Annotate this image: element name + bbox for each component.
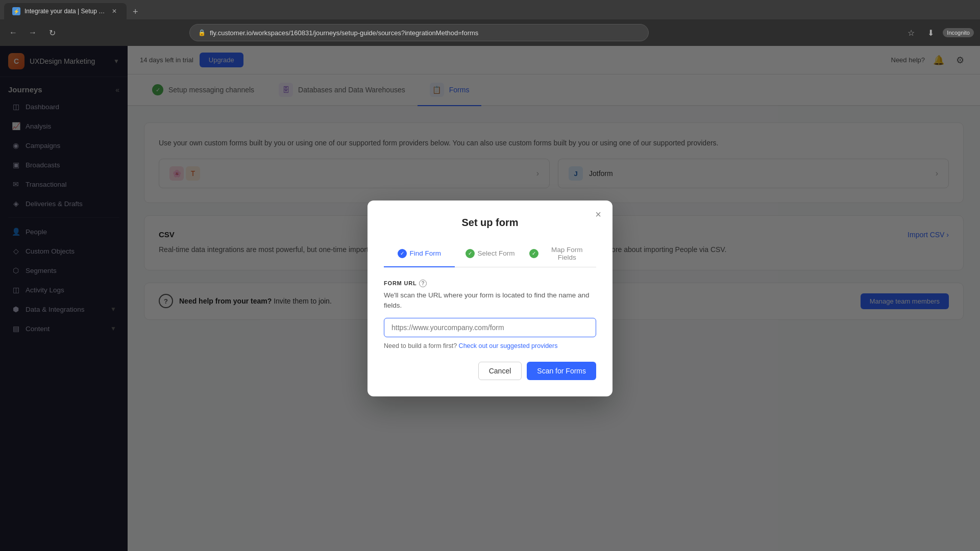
modal-tab-select-form[interactable]: ✓ Select Form	[455, 241, 526, 267]
bookmark-button[interactable]: ☆	[904, 26, 918, 40]
tab-title: Integrate your data | Setup Gui...	[24, 8, 106, 15]
address-bar[interactable]: 🔒 fly.customer.io/workspaces/160831/jour…	[189, 24, 649, 41]
modal-title: Set up form	[384, 217, 596, 229]
modal-tabs: ✓ Find Form ✓ Select Form ✓ Map Form Fie…	[384, 241, 596, 267]
scan-forms-button[interactable]: Scan for Forms	[527, 362, 596, 380]
browser-chrome: ⚡ Integrate your data | Setup Gui... ✕ +…	[0, 0, 980, 46]
url-text: fly.customer.io/workspaces/160831/journe…	[210, 29, 478, 37]
new-tab-button[interactable]: +	[129, 5, 142, 19]
select-form-check-icon: ✓	[465, 249, 475, 258]
modal-close-button[interactable]: ×	[591, 208, 605, 222]
modal-buttons: Cancel Scan for Forms	[384, 362, 596, 380]
forward-button[interactable]: →	[26, 26, 40, 40]
tab-close-icon[interactable]: ✕	[110, 7, 118, 15]
browser-toolbar: ← → ↻ 🔒 fly.customer.io/workspaces/16083…	[0, 19, 980, 46]
modal-tab-label: Select Form	[478, 249, 515, 257]
map-fields-check-icon: ✓	[529, 249, 538, 258]
form-url-input[interactable]	[384, 318, 596, 337]
incognito-badge: Incognito	[943, 28, 974, 37]
modal-tab-label: Find Form	[410, 249, 442, 257]
form-helper-text: Need to build a form first? Check out ou…	[384, 342, 596, 349]
browser-tabs: ⚡ Integrate your data | Setup Gui... ✕ +	[0, 0, 980, 19]
modal-tab-map-fields[interactable]: ✓ Map Form Fields	[525, 241, 596, 267]
help-circle-icon[interactable]: ?	[419, 280, 427, 287]
browser-tab-active: ⚡ Integrate your data | Setup Gui... ✕	[4, 3, 127, 19]
modal-tab-find-form[interactable]: ✓ Find Form	[384, 241, 455, 267]
back-button[interactable]: ←	[6, 26, 20, 40]
refresh-button[interactable]: ↻	[45, 26, 59, 40]
suggested-providers-link[interactable]: Check out our suggested providers	[459, 342, 558, 349]
lock-icon: 🔒	[198, 29, 206, 36]
tab-favicon: ⚡	[12, 7, 20, 15]
form-description: We'll scan the URL where your form is lo…	[384, 290, 596, 311]
modal: × Set up form ✓ Find Form ✓ Select Form …	[368, 201, 612, 397]
download-button[interactable]: ⬇	[923, 26, 938, 40]
form-url-label-row: FORM URL ?	[384, 280, 596, 287]
form-url-label-text: FORM URL	[384, 280, 416, 286]
form-url-section: FORM URL ? We'll scan the URL where your…	[384, 280, 596, 350]
find-form-check-icon: ✓	[398, 249, 407, 258]
modal-tab-label: Map Form Fields	[542, 246, 592, 261]
cancel-button[interactable]: Cancel	[478, 362, 522, 380]
modal-overlay[interactable]: × Set up form ✓ Find Form ✓ Select Form …	[0, 46, 980, 551]
helper-prefix: Need to build a form first?	[384, 342, 457, 349]
